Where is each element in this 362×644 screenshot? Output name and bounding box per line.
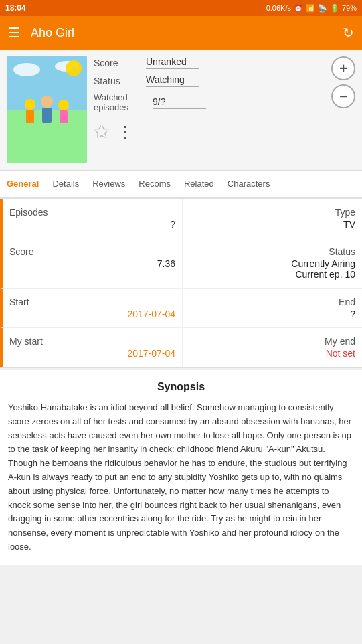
svg-point-1 [13, 63, 40, 76]
app-bar: ☰ Aho Girl ↻ [0, 16, 362, 50]
type-label: Type [189, 207, 355, 218]
app-title: Aho Girl [31, 26, 343, 40]
tab-general[interactable]: General [0, 171, 46, 199]
anime-poster [7, 56, 87, 163]
watched-value: 9/? [153, 96, 206, 109]
my-start-label: My start [9, 336, 175, 347]
info-grid: Episodes ? Type TV Score 7.36 Status Cur… [0, 199, 362, 368]
start-cell: Start 2017-07-04 [3, 289, 183, 327]
plus-button[interactable]: + [331, 56, 355, 80]
tab-characters[interactable]: Characters [221, 171, 277, 199]
end-label: End [189, 297, 355, 307]
battery-percent: 79% [342, 4, 357, 12]
clock-icon: ⏰ [294, 4, 303, 13]
grid-row-2: Score 7.36 Status Currently Airing Curre… [0, 238, 362, 289]
refresh-icon[interactable]: ↻ [343, 25, 354, 41]
more-options-button[interactable]: ⋮ [117, 123, 133, 141]
my-start-cell: My start 2017-07-04 [3, 328, 183, 367]
action-row: ✩ ⋮ [94, 120, 355, 143]
airing-status-cell: Status Currently Airing Current ep. 10 [183, 238, 362, 288]
info-section: Score Unranked Status Watching Watched e… [94, 56, 355, 163]
episodes-cell: Episodes ? [3, 199, 183, 238]
airing-status-line2: Current ep. 10 [189, 269, 355, 280]
episodes-value: ? [9, 219, 175, 230]
status-time: 18:04 [5, 3, 26, 13]
airing-status-label: Status [189, 246, 355, 257]
type-cell: Type TV [183, 199, 362, 238]
menu-icon[interactable]: ☰ [8, 25, 20, 41]
synopsis-text: Yoshiko Hanabatake is an idiot beyond al… [8, 401, 354, 554]
status-bar: 18:04 0.06K/s ⏰ 📶 📡 🔋 79% [0, 0, 362, 16]
watched-row: Watched episodes 9/? [94, 92, 355, 112]
tab-details[interactable]: Details [46, 171, 86, 199]
end-cell: End ? [183, 289, 362, 327]
svg-rect-5 [26, 110, 34, 123]
my-start-value: 2017-07-04 [9, 348, 175, 359]
tabs-bar: General Details Reviews Recoms Related C… [0, 171, 362, 199]
synopsis-title: Synopsis [8, 381, 354, 393]
watched-label: Watched episodes [94, 92, 147, 112]
score-label: Score [94, 58, 141, 68]
svg-rect-9 [60, 110, 68, 123]
grid-row-4: My start 2017-07-04 My end Not set [0, 328, 362, 367]
side-buttons: + − [331, 56, 355, 108]
content-header: Score Unranked Status Watching Watched e… [0, 50, 362, 171]
status-value: Watching [146, 74, 199, 87]
status-label: Status [94, 76, 141, 86]
battery-icon: 🔋 [330, 4, 339, 13]
grid-row-1: Episodes ? Type TV [0, 199, 362, 238]
status-row: Status Watching [94, 74, 355, 87]
star-button[interactable]: ✩ [94, 120, 109, 143]
svg-point-4 [25, 99, 35, 110]
end-value: ? [189, 309, 355, 319]
score-row: Score Unranked [94, 56, 355, 69]
score-value: Unranked [146, 56, 199, 69]
signal-icon: 📡 [318, 4, 327, 13]
minus-button[interactable]: − [331, 84, 355, 108]
start-label: Start [9, 297, 175, 307]
my-end-cell: My end Not set [183, 328, 362, 367]
my-end-label: My end [189, 336, 355, 347]
wifi-icon: 📶 [306, 4, 315, 13]
status-right: 0.06K/s ⏰ 📶 📡 🔋 79% [266, 4, 357, 13]
svg-rect-7 [42, 108, 52, 123]
tab-reviews[interactable]: Reviews [86, 171, 132, 199]
episodes-label: Episodes [9, 207, 175, 218]
synopsis-section: Synopsis Yoshiko Hanabatake is an idiot … [0, 370, 362, 565]
svg-point-10 [66, 60, 82, 76]
tab-related[interactable]: Related [177, 171, 221, 199]
score-detail-value: 7.36 [9, 258, 175, 269]
airing-status-line1: Currently Airing [189, 258, 355, 269]
start-value: 2017-07-04 [9, 309, 175, 319]
score-cell: Score 7.36 [3, 238, 183, 288]
my-end-value: Not set [189, 348, 355, 359]
svg-point-6 [41, 96, 53, 108]
grid-row-3: Start 2017-07-04 End ? [0, 289, 362, 328]
score-detail-label: Score [9, 246, 175, 257]
svg-point-8 [58, 100, 69, 110]
tab-recoms[interactable]: Recoms [132, 171, 177, 199]
network-speed: 0.06K/s [266, 4, 291, 12]
type-value: TV [189, 219, 355, 230]
